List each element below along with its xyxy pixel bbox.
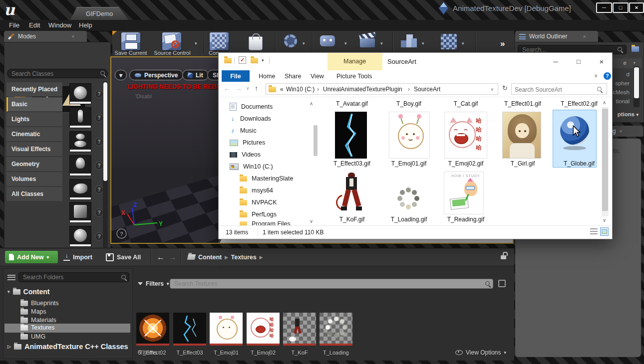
breadcrumb-content[interactable]: Content [198, 254, 222, 261]
placeable-asset-bulb[interactable] [69, 155, 91, 176]
search-textures-input[interactable] [170, 279, 493, 289]
search-folders-input[interactable] [18, 272, 129, 282]
placeable-asset-sphere[interactable] [69, 83, 91, 104]
modes-category-geometry[interactable]: Geometry [6, 157, 62, 172]
explorer-minimize-button[interactable]: ─ [548, 56, 563, 67]
outliner-row-fragment[interactable]: cMesh [613, 89, 630, 95]
file-label[interactable]: T_Girl.gif [495, 160, 551, 167]
nav-downloads[interactable]: ↓Downloads [230, 114, 271, 124]
ribbon-tab-home[interactable]: Home [253, 70, 281, 82]
menu-help[interactable]: Help [79, 21, 92, 29]
marketplace-button[interactable] [246, 32, 265, 50]
cinematics-caret-icon[interactable]: ▾ [380, 41, 383, 46]
tree-item-blueprints[interactable]: Blueprints [20, 300, 59, 307]
address-dropdown-caret-icon[interactable]: ∨ [490, 87, 494, 92]
blueprints-caret-icon[interactable]: ▾ [344, 41, 347, 46]
asset-t-kof[interactable] [283, 313, 316, 346]
refresh-icon[interactable]: ↻ [502, 84, 508, 92]
breadcrumb-textures[interactable]: Textures [231, 254, 257, 261]
placeable-asset-figure[interactable] [69, 107, 91, 128]
placeable-asset-mesh[interactable] [69, 179, 91, 200]
qat-folder-icon[interactable] [224, 58, 232, 63]
grab-handle-icon[interactable] [95, 114, 103, 122]
tree-item-materials[interactable]: Materials [20, 317, 56, 324]
search-classes-input[interactable] [7, 69, 108, 78]
address-box[interactable]: « Win10 (C:) › UnrealAnimatedTexturePlug… [266, 83, 498, 95]
explorer-search-input[interactable] [514, 85, 596, 94]
file-label[interactable]: T_KoF.gif [324, 216, 380, 223]
ribbon-collapse-icon[interactable]: ∨ [594, 73, 598, 78]
source-control-button[interactable] [162, 32, 181, 50]
search-save-icon[interactable] [498, 280, 506, 287]
grab-handle-icon[interactable] [95, 185, 103, 194]
nav-documents[interactable]: Documents [230, 102, 273, 112]
address-crumb-plugin[interactable]: UnrealAnimatedTexturePlugin [323, 86, 402, 93]
menu-window[interactable]: Window [48, 21, 71, 29]
filters-button[interactable]: Filters ▾ [138, 277, 169, 290]
nav-folder-nvpack[interactable]: NVPACK [240, 197, 277, 207]
grab-handle-icon[interactable] [95, 208, 103, 217]
file-label[interactable]: T_Emoj02.gif [438, 160, 494, 167]
explorer-search-box[interactable] [511, 83, 607, 95]
nav-pane-scroll-up-icon[interactable]: ∧ [310, 101, 313, 106]
toolbar-expand-chevron-icon[interactable]: » [500, 39, 505, 49]
manage-context-tab[interactable]: Manage [327, 53, 382, 70]
blueprints-button[interactable] [319, 32, 337, 50]
modes-category-visual-effects[interactable]: Visual Effects [6, 142, 62, 157]
file-label[interactable]: T_Reading.gif [438, 216, 494, 223]
asset-t-effect02[interactable] [136, 313, 169, 346]
tree-item-umg[interactable]: UMG [20, 333, 45, 340]
settings-caret-icon[interactable]: ▾ [303, 41, 305, 46]
build-button[interactable] [399, 32, 418, 50]
modes-category-cinematic[interactable]: Cinematic [6, 127, 62, 142]
tree-item-maps[interactable]: Maps [20, 308, 46, 315]
outliner-add-folder-icon[interactable] [632, 46, 639, 52]
file-t-kof[interactable] [334, 172, 369, 214]
file-label[interactable]: T_Effect02.gif [551, 100, 607, 107]
file-label[interactable]: T_Emoj01.gif [381, 160, 437, 167]
qat-checkbox-icon[interactable]: ✓ [239, 56, 246, 64]
save-all-button[interactable]: Save All [106, 251, 141, 263]
explorer-close-button[interactable]: × [594, 56, 609, 67]
file-pane-scroll-up-icon[interactable]: ∧ [603, 100, 606, 105]
modes-category-volumes[interactable]: Volumes [6, 172, 62, 186]
modes-category-recently-placed[interactable]: Recently Placed [6, 82, 62, 97]
grab-handle-icon[interactable] [95, 138, 103, 146]
viewport-options-dropdown[interactable]: ▾ [115, 70, 127, 80]
nav-drive-c[interactable]: Win10 (C:) [230, 162, 273, 172]
explorer-maximize-button[interactable]: □ [571, 56, 586, 67]
placeable-asset-cube[interactable] [69, 202, 91, 223]
nav-pictures[interactable]: Pictures [230, 138, 265, 148]
outliner-row-fragment[interactable]: spher [615, 80, 630, 86]
ribbon-tab-share[interactable]: Share [279, 70, 307, 82]
modes-category-lights[interactable]: Lights [6, 112, 62, 127]
placeable-asset-stack[interactable] [69, 131, 91, 152]
nav-history-caret-icon[interactable]: ∨ [246, 86, 250, 91]
modes-category-basic[interactable]: Basic [6, 97, 62, 112]
save-current-button[interactable] [121, 32, 140, 50]
nav-pane-scrollbar-thumb[interactable] [314, 125, 318, 156]
ribbon-tab-picture-tools[interactable]: Picture Tools [330, 70, 378, 82]
tab-modes[interactable]: Modes × [4, 31, 87, 42]
maximize-button[interactable]: □ [613, 2, 629, 13]
thumbnail-view-toggle-icon[interactable] [600, 227, 609, 236]
minimize-button[interactable]: ─ [596, 2, 612, 13]
import-button[interactable]: ↓ Import [63, 251, 92, 263]
file-label[interactable]: T_Effect03.gif [324, 160, 380, 167]
launch-button[interactable] [439, 32, 458, 50]
address-crumb-drive[interactable]: Win10 (C:) [286, 86, 315, 93]
nav-folder-msys64[interactable]: msys64 [240, 185, 273, 195]
menu-file[interactable]: File [9, 21, 19, 29]
placeable-asset-sphere2[interactable] [69, 226, 91, 247]
nav-folder-perflogs[interactable]: PerfLogs [240, 209, 277, 219]
nav-forward-icon[interactable]: → [235, 84, 242, 92]
outliner-view-options-fragment[interactable]: ptions ▾ [618, 111, 639, 117]
lock-icon[interactable] [501, 255, 506, 259]
grab-handle-icon[interactable] [95, 232, 103, 241]
launch-caret-icon[interactable]: ▾ [462, 41, 464, 46]
add-new-button[interactable]: Add New ▾ [5, 251, 58, 263]
viewport-help-icon[interactable] [116, 228, 127, 239]
viewport-perspective-button[interactable]: Perspective [129, 70, 183, 80]
qat-customize-caret-icon[interactable]: ▾ [262, 58, 264, 63]
asset-t-effect03[interactable] [173, 313, 206, 346]
